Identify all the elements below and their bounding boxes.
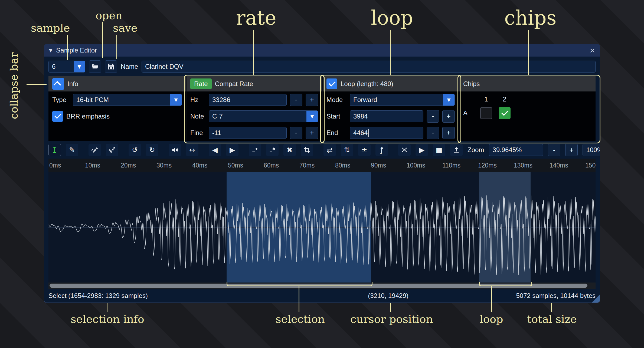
sample-type-dropdown[interactable]: 16-bit PCM ▼ xyxy=(73,94,182,106)
reverse-button[interactable]: ⇄ xyxy=(323,144,336,156)
trim-button[interactable] xyxy=(301,144,313,156)
fade-out-button[interactable]: ▶ xyxy=(226,144,238,156)
ruler-label: 120ms xyxy=(478,162,497,169)
apply-silence-button[interactable] xyxy=(266,144,279,156)
redo-icon: ↻ xyxy=(149,146,155,153)
fine-plus-button[interactable]: + xyxy=(306,127,318,139)
info-panel-header: Info xyxy=(48,76,186,91)
right-triangle-icon: ▶ xyxy=(230,146,235,153)
chips-panel-header: Chips xyxy=(459,76,596,91)
invert-button[interactable]: ⇅ xyxy=(341,144,353,156)
zoom-input[interactable] xyxy=(489,144,543,156)
loop-start-minus-button[interactable]: - xyxy=(427,110,439,123)
sample-number-dropdown[interactable]: 6 ▼ xyxy=(48,61,85,73)
chips-grid: 1 2 A xyxy=(459,91,596,121)
preview-button[interactable]: ▶ xyxy=(416,144,428,156)
plus-minus-icon: ± xyxy=(361,146,367,153)
stop-preview-button[interactable]: ■ xyxy=(433,144,445,156)
chip-a2-checkbox[interactable] xyxy=(499,107,511,119)
left-triangle-icon: ◀ xyxy=(212,146,218,153)
zoom-in-button[interactable]: + xyxy=(565,144,578,156)
note-dropdown[interactable]: C-7 ▼ xyxy=(209,110,318,122)
close-icon[interactable]: × xyxy=(590,46,595,55)
resize-grip[interactable] xyxy=(592,294,600,303)
crop-icon xyxy=(303,146,310,153)
annotation-selection: selection xyxy=(276,313,325,325)
normalize-button[interactable]: ↔ xyxy=(186,144,198,156)
chevron-down-icon[interactable]: ▼ xyxy=(443,94,455,106)
insert-silence-button[interactable] xyxy=(249,144,261,156)
loop-mode-value: Forward xyxy=(350,94,443,106)
hz-minus-button[interactable]: - xyxy=(290,94,302,106)
type-label: Type xyxy=(52,96,70,104)
chevron-up-icon xyxy=(53,81,61,88)
loop-end-minus-button[interactable]: - xyxy=(427,127,439,139)
open-folder-icon xyxy=(91,63,99,70)
loop-mode-dropdown[interactable]: Forward ▼ xyxy=(350,94,455,106)
collapse-bar-button[interactable] xyxy=(52,78,64,90)
chevron-down-icon[interactable]: ▼ xyxy=(306,111,318,122)
chevron-down-icon[interactable]: ▼ xyxy=(74,61,85,72)
fine-input[interactable] xyxy=(209,127,287,139)
select-tool-button[interactable] xyxy=(48,144,61,156)
resize-button[interactable] xyxy=(89,144,101,156)
sample-header-row: 6 ▼ Name xyxy=(48,57,596,76)
fine-minus-button[interactable]: - xyxy=(290,127,302,139)
save-sample-button[interactable] xyxy=(105,60,117,73)
amplify-button[interactable] xyxy=(169,144,181,156)
filter-button[interactable]: ƒ xyxy=(375,144,388,156)
open-sample-button[interactable] xyxy=(89,60,101,73)
rate-panel: Rate Compat Rate Hz - + Note C-7 ▼ xyxy=(186,76,322,141)
waveform-area[interactable] xyxy=(48,172,596,283)
brr-emphasis-label: BRR emphasis xyxy=(66,113,110,120)
zoom-reset-button[interactable]: 100% xyxy=(583,144,600,156)
sample-name-input[interactable] xyxy=(142,61,596,73)
delete-button[interactable]: ✖ xyxy=(283,144,296,156)
signed-unsigned-button[interactable]: ± xyxy=(358,144,371,156)
loop-start-input[interactable] xyxy=(350,110,423,122)
info-empty-row xyxy=(48,124,186,141)
rate-button[interactable]: Rate xyxy=(190,78,212,89)
ruler-label: 50ms xyxy=(228,162,243,169)
loop-start-plus-button[interactable]: + xyxy=(442,110,455,123)
arrows-horizontal-icon: ↔ xyxy=(189,146,195,153)
loop-end-value: 4464 xyxy=(353,129,368,137)
annotation-line-cursor-position xyxy=(390,303,391,312)
ruler-label: 70ms xyxy=(299,162,315,169)
filter-icon: ƒ xyxy=(380,146,383,153)
check-icon xyxy=(54,112,61,119)
ruler-label: 60ms xyxy=(264,162,279,169)
loop-end-input[interactable]: 4464 xyxy=(350,127,423,139)
zoom-out-button[interactable]: - xyxy=(548,144,560,156)
annotation-line-collapse-bar xyxy=(27,84,47,85)
undo-button[interactable]: ↺ xyxy=(129,144,141,156)
window-titlebar: ▼ Sample Editor × xyxy=(44,44,600,57)
pencil-icon: ✎ xyxy=(69,146,75,153)
zoom-label: Zoom xyxy=(468,146,484,154)
draw-tool-button[interactable]: ✎ xyxy=(66,144,78,156)
create-instrument-button[interactable] xyxy=(450,144,463,156)
waveform-scrollbar[interactable] xyxy=(48,283,596,289)
sample-toolbar: ✎ ↺ ↻ ↔ ◀ ▶ ✖ xyxy=(48,141,596,159)
speaker-icon xyxy=(171,146,178,153)
window-collapse-icon[interactable]: ▼ xyxy=(49,48,52,53)
hz-plus-button[interactable]: + xyxy=(306,94,318,106)
loop-enable-checkbox[interactable] xyxy=(326,78,337,89)
hz-input[interactable] xyxy=(209,94,287,106)
loop-start-label: Start xyxy=(326,113,346,120)
brr-row: BRR emphasis xyxy=(48,108,186,124)
annotation-cursor-position: cursor position xyxy=(350,313,433,325)
brr-emphasis-checkbox[interactable] xyxy=(52,111,63,122)
crossfade-button[interactable] xyxy=(398,144,411,156)
loop-mode-label: Mode xyxy=(326,96,346,104)
fine-label: Fine xyxy=(190,129,205,137)
chevron-down-icon[interactable]: ▼ xyxy=(170,94,182,106)
fade-in-button[interactable]: ◀ xyxy=(209,144,221,156)
check-icon xyxy=(329,79,336,86)
loop-end-plus-button[interactable]: + xyxy=(442,127,455,139)
chip-a1-checkbox[interactable] xyxy=(480,107,492,119)
redo-button[interactable]: ↻ xyxy=(146,144,158,156)
waveform-path xyxy=(48,195,596,275)
scrollbar-handle[interactable] xyxy=(50,284,587,288)
resample-button[interactable] xyxy=(106,144,118,156)
